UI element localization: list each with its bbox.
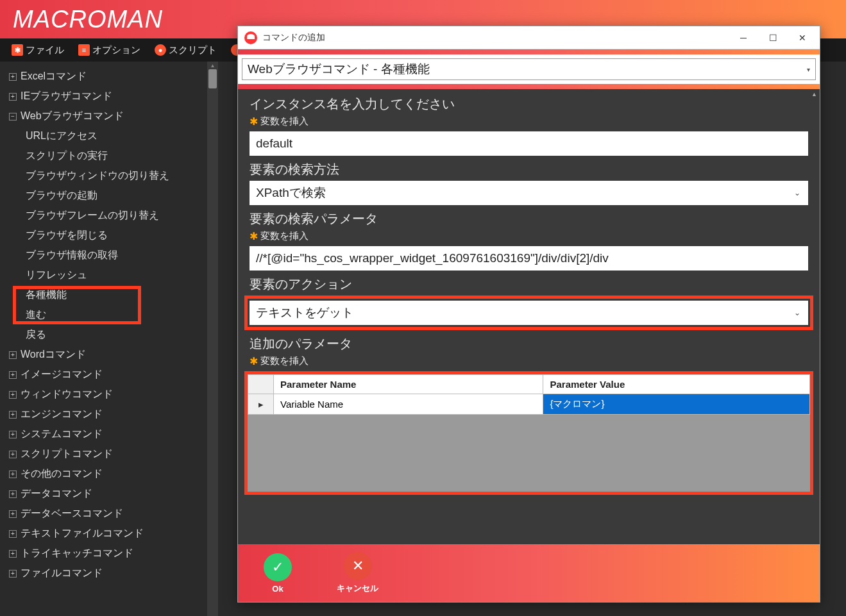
tree-child-item[interactable]: 各種機能 <box>0 285 218 305</box>
col-param-name[interactable]: Parameter Name <box>274 375 543 394</box>
star-icon: ✱ <box>250 115 258 128</box>
row-indicator-icon: ▸ <box>248 394 274 415</box>
cancel-button[interactable]: ✕ キャンセル <box>337 552 378 594</box>
insert-variable-link[interactable]: ✱ 変数を挿入 <box>250 115 808 128</box>
expand-icon[interactable]: + <box>9 451 17 458</box>
scrollbar-thumb[interactable] <box>208 69 217 88</box>
action-highlight-box: テキストをゲット ⌄ <box>244 296 813 330</box>
tree-item-label: ブラウザの起動 <box>26 189 97 203</box>
table-empty-area[interactable] <box>248 415 810 492</box>
tree-parent-item[interactable]: +ウィンドウコマンド <box>0 385 218 404</box>
insert-var-text-3: 変数を挿入 <box>260 355 309 367</box>
ok-button[interactable]: ✓ Ok <box>264 553 292 594</box>
expand-icon[interactable]: + <box>9 470 17 478</box>
instance-input[interactable]: default <box>250 131 808 156</box>
minimize-button[interactable]: ─ <box>729 28 758 48</box>
cell-param-name[interactable]: Variable Name <box>274 394 543 415</box>
cancel-label: キャンセル <box>337 583 378 594</box>
menu-file[interactable]: ✱ ファイル <box>6 42 69 59</box>
param-table: Parameter Name Parameter Value ▸ Variabl… <box>248 374 810 415</box>
expand-icon[interactable]: + <box>9 411 17 419</box>
expand-icon[interactable]: + <box>9 530 17 538</box>
tree-child-item[interactable]: ブラウザフレームの切り替え <box>0 206 218 226</box>
instance-field-group: インスタンス名を入力してください ✱ 変数を挿入 default <box>250 96 808 156</box>
expand-icon[interactable]: + <box>9 351 17 359</box>
tree-parent-item[interactable]: +データベースコマンド <box>0 504 218 524</box>
insert-variable-link-2[interactable]: ✱ 変数を挿入 <box>250 230 808 242</box>
menu-options-label: オプション <box>92 44 140 56</box>
tree-item-label: ブラウザウィンドウの切り替え <box>26 169 169 183</box>
tree-parent-item[interactable]: +システムコマンド <box>0 424 218 444</box>
tree-item-label: Wordコマンド <box>21 348 86 362</box>
insert-variable-link-3[interactable]: ✱ 変数を挿入 <box>250 355 808 367</box>
menu-script[interactable]: ● スクリプト <box>149 42 222 59</box>
gradient-bar-2 <box>238 84 820 89</box>
tree-item-label: Webブラウザコマンド <box>21 110 124 123</box>
menu-file-label: ファイル <box>26 44 64 56</box>
action-label: 要素のアクション <box>250 276 808 293</box>
app-title: MACROMAN <box>13 6 163 33</box>
tree-parent-item[interactable]: +その他のコマンド <box>0 464 218 484</box>
expand-icon[interactable]: + <box>9 490 17 498</box>
tree-child-item[interactable]: スクリプトの実行 <box>0 146 218 166</box>
tree-item-label: トライキャッチコマンド <box>21 547 133 560</box>
tree-parent-item[interactable]: +トライキャッチコマンド <box>0 544 218 563</box>
close-button[interactable]: ✕ <box>788 28 817 48</box>
chevron-down-icon: ▾ <box>807 66 810 73</box>
tree-child-item[interactable]: 戻る <box>0 325 218 345</box>
expand-icon[interactable]: + <box>9 431 17 438</box>
tree-item-label: スクリプトコマンド <box>21 447 113 461</box>
cell-param-value[interactable]: {マクロマン} <box>543 394 810 415</box>
sidebar-scrollbar[interactable]: ▲ <box>207 62 218 616</box>
tree-child-item[interactable]: ブラウザを閉じる <box>0 226 218 246</box>
tree-item-label: IEブラウザコマンド <box>21 90 112 103</box>
expand-icon[interactable]: + <box>9 371 17 379</box>
maximize-button[interactable]: ☐ <box>758 28 788 48</box>
tree-parent-item[interactable]: +イメージコマンド <box>0 365 218 385</box>
search-param-input[interactable]: //*[@id="hs_cos_wrapper_widget_160976160… <box>250 246 808 271</box>
expand-icon[interactable]: + <box>9 510 17 518</box>
tree-parent-item[interactable]: +ファイルコマンド <box>0 563 218 583</box>
tree-parent-item[interactable]: +データコマンド <box>0 484 218 504</box>
tree-child-item[interactable]: リフレッシュ <box>0 265 218 285</box>
tree-parent-item[interactable]: +スクリプトコマンド <box>0 444 218 464</box>
expand-icon[interactable]: + <box>9 550 17 558</box>
expand-icon[interactable]: + <box>9 391 17 399</box>
expand-icon[interactable]: + <box>9 73 17 81</box>
insert-var-text: 変数を挿入 <box>260 115 309 128</box>
search-param-label: 要素の検索パラメータ <box>250 210 808 228</box>
tree-child-item[interactable]: URLにアクセス <box>0 126 218 146</box>
tree-child-item[interactable]: 進む <box>0 305 218 325</box>
collapse-icon[interactable]: − <box>9 113 17 121</box>
menu-script-label: スクリプト <box>169 44 217 56</box>
tree-item-label: リフレッシュ <box>26 269 87 282</box>
col-param-value[interactable]: Parameter Value <box>543 375 810 394</box>
tree-parent-item[interactable]: +テキストファイルコマンド <box>0 524 218 544</box>
check-icon: ✓ <box>264 553 292 581</box>
record-icon: ● <box>155 44 166 56</box>
expand-icon[interactable]: + <box>9 93 17 101</box>
command-category-dropdown[interactable]: Webブラウザコマンド - 各種機能 ▾ <box>242 58 816 80</box>
tree-item-label: ブラウザを閉じる <box>26 229 108 242</box>
scroll-up-icon[interactable]: ▲ <box>207 62 218 69</box>
tree-child-item[interactable]: ブラウザの起動 <box>0 186 218 206</box>
tree-parent-item[interactable]: −Webブラウザコマンド <box>0 106 218 126</box>
tree-item-label: URLにアクセス <box>26 129 97 143</box>
tree-child-item[interactable]: ブラウザウィンドウの切り替え <box>0 166 218 186</box>
extra-param-label: 追加のパラメータ <box>250 335 808 353</box>
tree-parent-item[interactable]: +エンジンコマンド <box>0 404 218 424</box>
dialog-titlebar[interactable]: コマンドの追加 ─ ☐ ✕ <box>238 26 820 49</box>
table-row[interactable]: ▸ Variable Name {マクロマン} <box>248 394 810 415</box>
search-method-select[interactable]: XPathで検索 ⌄ <box>250 181 808 205</box>
tree-parent-item[interactable]: +Wordコマンド <box>0 345 218 365</box>
action-select[interactable]: テキストをゲット ⌄ <box>250 301 808 325</box>
menu-options[interactable]: ≡ オプション <box>73 42 146 59</box>
add-command-dialog: コマンドの追加 ─ ☐ ✕ Webブラウザコマンド - 各種機能 ▾ ▲ インス… <box>237 26 820 603</box>
body-scroll-up-icon[interactable]: ▲ <box>809 89 820 99</box>
expand-icon[interactable]: + <box>9 570 17 578</box>
search-method-label: 要素の検索方法 <box>250 161 808 178</box>
tree-parent-item[interactable]: +IEブラウザコマンド <box>0 87 218 106</box>
tree-parent-item[interactable]: +Excelコマンド <box>0 67 218 87</box>
tree-child-item[interactable]: ブラウザ情報の取得 <box>0 246 218 265</box>
chevron-down-icon: ⌄ <box>794 188 800 197</box>
